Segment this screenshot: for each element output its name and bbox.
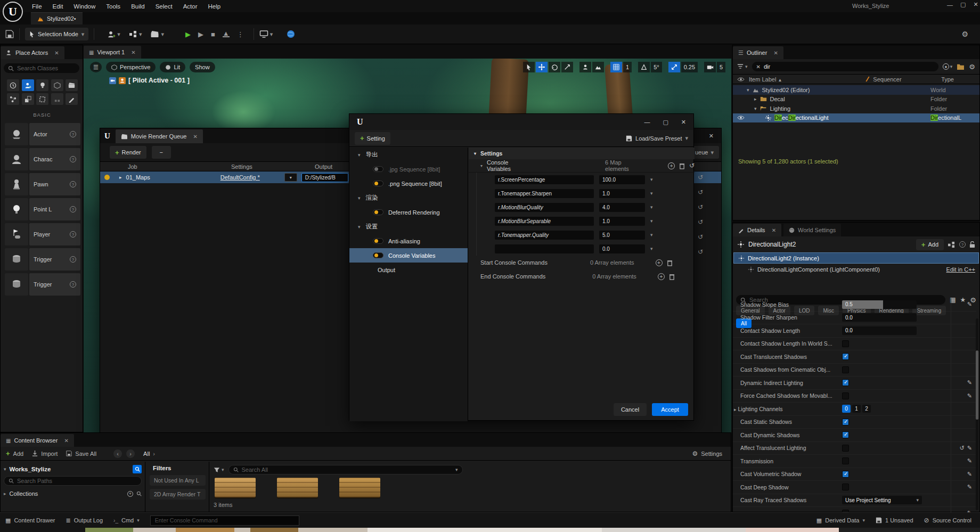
- cinematics-dropdown[interactable]: ▾: [150, 30, 164, 38]
- column-output[interactable]: Output: [315, 163, 332, 170]
- tree-item-output[interactable]: Output: [349, 263, 468, 277]
- checkbox[interactable]: [842, 340, 849, 347]
- close-icon[interactable]: ✕: [772, 227, 776, 233]
- toggle-on-icon[interactable]: [373, 238, 383, 244]
- menu-actor[interactable]: Actor: [178, 1, 203, 12]
- details-scrollbar[interactable]: [976, 318, 978, 510]
- search-collections-icon[interactable]: [136, 491, 142, 496]
- camera-speed-icon[interactable]: [704, 62, 716, 72]
- category-recent-icon[interactable]: [7, 79, 19, 91]
- add-element-icon[interactable]: +: [656, 259, 663, 266]
- close-icon[interactable]: ✕: [64, 438, 68, 444]
- menu-window[interactable]: Window: [68, 1, 101, 12]
- scale-tool-icon[interactable]: [561, 62, 573, 72]
- console-variables-header[interactable]: Console Variables: [487, 159, 532, 172]
- channel-2-button[interactable]: 2: [862, 405, 871, 413]
- checkbox[interactable]: [842, 445, 849, 452]
- outliner-gear-icon[interactable]: ⚙: [969, 63, 975, 71]
- lit-dropdown[interactable]: Lit: [160, 62, 185, 72]
- source-control-button[interactable]: ⊘Source Control: [924, 517, 971, 524]
- category-volumes-icon[interactable]: [36, 93, 48, 105]
- toolbar-settings-gear[interactable]: ⚙: [961, 30, 968, 38]
- cb-root-folder[interactable]: Works_Stylize: [10, 466, 51, 472]
- checkbox[interactable]: [842, 484, 849, 490]
- reset-icon[interactable]: ↺: [698, 203, 703, 211]
- toggle-off-icon[interactable]: [373, 166, 383, 172]
- add-actor-dropdown[interactable]: +▾: [107, 30, 120, 38]
- reset-icon[interactable]: ↺: [698, 233, 703, 241]
- category-cinematic-icon[interactable]: [66, 79, 78, 91]
- outliner-row-decal[interactable]: ▸ Decal Folder: [733, 95, 979, 104]
- output-log-button[interactable]: ≣Output Log: [66, 517, 103, 524]
- grid-snap-icon[interactable]: [610, 62, 622, 72]
- var-value-input[interactable]: 0.0: [599, 244, 645, 253]
- trash-icon[interactable]: [679, 162, 685, 169]
- column-settings[interactable]: Settings: [231, 163, 315, 170]
- filter-chip-not-used[interactable]: Not Used In Any L: [150, 475, 206, 486]
- var-name-input[interactable]: r.ScreenPercentage: [495, 175, 594, 184]
- reset-icon[interactable]: ↺: [698, 174, 703, 181]
- eye-icon[interactable]: [737, 115, 745, 120]
- collections-section[interactable]: Collections: [10, 490, 38, 497]
- menu-edit[interactable]: Edit: [47, 1, 69, 12]
- selection-mode-dropdown[interactable]: Selection Mode ▾: [25, 28, 88, 40]
- close-icon[interactable]: ✕: [773, 50, 778, 56]
- number-input[interactable]: 0.0: [842, 313, 917, 322]
- add-element-icon[interactable]: +: [658, 273, 665, 280]
- checkbox[interactable]: [842, 366, 849, 373]
- window-maximize-button[interactable]: ▢: [960, 1, 966, 8]
- platforms-dropdown[interactable]: ▾: [259, 30, 273, 38]
- reset-icon[interactable]: ↺: [689, 162, 695, 169]
- cb-add-button[interactable]: +Add: [6, 449, 23, 457]
- tree-item-antialiasing[interactable]: Anti-aliasing: [349, 234, 468, 248]
- tree-item-jpg[interactable]: .jpg Sequence [8bit]: [349, 162, 468, 176]
- checkbox[interactable]: [842, 353, 849, 360]
- tree-item-console-variables[interactable]: Console Variables: [349, 248, 468, 263]
- asset-thumbnail[interactable]: [339, 478, 380, 497]
- tab-viewport-1[interactable]: ▦ Viewport 1 ✕: [84, 46, 141, 59]
- accept-button[interactable]: Accept: [652, 403, 688, 416]
- component-row-light-component[interactable]: DirectionalLightComponent (LightComponen…: [733, 264, 979, 275]
- var-name-input[interactable]: r.Tonemapper.Sharpen: [495, 189, 594, 198]
- category-lights-icon[interactable]: [36, 79, 48, 91]
- forward-icon[interactable]: ›: [126, 449, 135, 458]
- dialog-maximize-button[interactable]: ▢: [663, 119, 668, 126]
- camera-speed-value[interactable]: 5: [717, 62, 725, 72]
- tab-details[interactable]: Details ✕: [733, 224, 781, 236]
- place-item-trigger[interactable]: Trigger?: [5, 248, 80, 271]
- eject-button[interactable]: ▲: [223, 31, 230, 37]
- config-dropdown-button[interactable]: ▾: [284, 173, 297, 182]
- tree-category-export[interactable]: 导出: [366, 151, 378, 159]
- add-setting-button[interactable]: +Setting: [355, 132, 390, 145]
- outliner-filter-dropdown[interactable]: ▾: [737, 64, 748, 70]
- grid-snap-value[interactable]: 1: [623, 62, 632, 72]
- world-globe-icon[interactable]: [287, 30, 295, 38]
- chevron-down-icon[interactable]: ▾: [650, 246, 653, 251]
- menu-select[interactable]: Select: [150, 1, 178, 12]
- outliner-row-lighting[interactable]: ▾ Lighting Folder: [733, 104, 979, 113]
- viewport-options-menu[interactable]: ☰: [90, 62, 102, 72]
- category-all-classes-icon[interactable]: [66, 93, 78, 105]
- checkbox[interactable]: [842, 392, 849, 399]
- scale-snap-icon[interactable]: [668, 62, 680, 72]
- rotate-tool-icon[interactable]: [549, 62, 560, 72]
- reset-icon[interactable]: ↺: [698, 218, 703, 226]
- perspective-dropdown[interactable]: Perspective: [106, 62, 156, 72]
- job-output-path[interactable]: D:/Stylized/B: [301, 173, 348, 182]
- edit-in-cpp-link[interactable]: Edit in C++: [946, 266, 975, 273]
- close-icon[interactable]: ✕: [193, 134, 197, 140]
- place-item-pawn[interactable]: Pawn?: [5, 173, 80, 195]
- checkbox[interactable]: [842, 457, 849, 464]
- level-tab[interactable]: Stylized02•: [31, 12, 83, 24]
- channel-1-button[interactable]: 1: [852, 405, 861, 413]
- tab-place-actors[interactable]: Place Actors ✕: [1, 46, 64, 59]
- category-geometry-icon[interactable]: [22, 93, 34, 105]
- rotation-snap-value[interactable]: 5°: [651, 62, 662, 72]
- menu-help[interactable]: Help: [203, 1, 226, 12]
- toggle-on-icon[interactable]: [373, 252, 383, 258]
- dialog-minimize-button[interactable]: —: [644, 119, 650, 125]
- category-visual-effects-icon[interactable]: [7, 93, 19, 105]
- load-save-preset-button[interactable]: Load/Save Preset▾: [626, 135, 688, 142]
- search-classes-input[interactable]: Search Classes: [4, 63, 79, 73]
- add-collection-icon[interactable]: +: [127, 491, 133, 497]
